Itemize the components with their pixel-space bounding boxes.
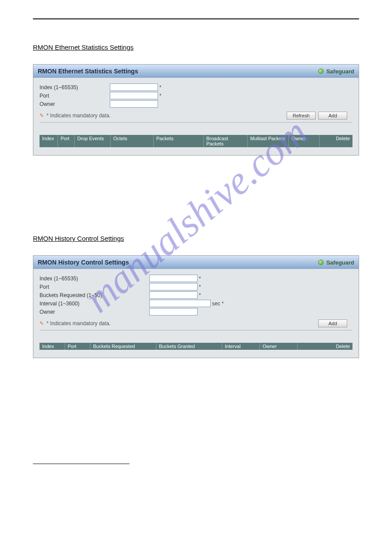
top-rule xyxy=(33,18,359,19)
safeguard-label-2: Safeguard xyxy=(326,259,354,266)
divider-1 xyxy=(40,122,352,123)
star-index-1: * xyxy=(159,84,162,91)
input-buckets[interactable] xyxy=(149,291,198,299)
input-owner-1[interactable] xyxy=(110,100,158,108)
input-port-1[interactable] xyxy=(110,92,158,99)
button-group-1: Refresh Add xyxy=(287,112,347,120)
row-buckets: Buckets Requested (1~50) * xyxy=(40,291,352,299)
col-index-2: Index xyxy=(40,343,65,350)
mandatory-note-1: ✎ * Indicates mandatory data. xyxy=(40,112,111,119)
spacer-1 xyxy=(33,173,359,235)
col-owner-1: Owner xyxy=(289,135,320,147)
divider-2 xyxy=(40,330,352,330)
col-broadcast: Broadcast Packets xyxy=(204,135,248,147)
input-interval[interactable] xyxy=(149,300,211,307)
col-octets: Octets xyxy=(111,135,154,147)
col-buckets-req: Buckets Requested xyxy=(90,343,156,350)
col-multicast: Multiast Packets xyxy=(248,135,289,147)
label-index-2: Index (1~65535) xyxy=(40,276,149,282)
safeguard-dot-icon-2 xyxy=(318,260,324,265)
spacer-2 xyxy=(33,376,359,464)
mandatory-text-2: * Indicates mandatory data. xyxy=(47,320,111,326)
col-interval: Interval xyxy=(222,343,260,350)
star-buckets: * xyxy=(199,292,201,298)
row-index-1: Index (1~65535) * xyxy=(40,83,352,91)
pencil-icon-2: ✎ xyxy=(40,320,44,326)
row-interval: Interval (1~3600) sec * xyxy=(40,299,352,308)
row-index-2: Index (1~65535) * xyxy=(40,274,352,283)
label-port-2: Port xyxy=(40,284,149,290)
section3-underline xyxy=(33,464,129,464)
table-header-1: Index Port Drop Events Octets Packets Br… xyxy=(40,135,352,147)
button-group-2: Add xyxy=(318,319,347,327)
mandatory-row-2: ✎ * Indicates mandatory data. Add xyxy=(40,319,352,327)
label-owner-2: Owner xyxy=(40,309,149,315)
label-owner-1: Owner xyxy=(40,101,110,107)
row-owner-1: Owner xyxy=(40,100,352,108)
input-index-1[interactable] xyxy=(110,83,158,91)
col-index-1: Index xyxy=(40,135,58,147)
panel-history-control: RMON History Control Settings Safeguard … xyxy=(33,255,359,358)
row-port-2: Port * xyxy=(40,283,352,291)
pencil-icon: ✎ xyxy=(40,112,44,119)
panel2-title: RMON History Control Settings xyxy=(38,259,129,266)
panel2-header: RMON History Control Settings Safeguard xyxy=(33,256,359,269)
label-interval: Interval (1~3600) xyxy=(40,301,149,307)
panel1-title-pre: RM xyxy=(38,68,47,75)
panel1-title: RMON Ethernet Statistics Settings xyxy=(38,68,138,75)
interval-suffix: sec * xyxy=(212,301,224,307)
section1-title: RMON Ethernet Statistics Settings xyxy=(33,44,359,51)
add-button-1[interactable]: Add xyxy=(318,112,347,120)
add-button-2[interactable]: Add xyxy=(318,319,347,327)
mandatory-row-1: ✎ * Indicates mandatory data. Refresh Ad… xyxy=(40,112,352,120)
col-port-1: Port xyxy=(58,135,75,147)
col-owner-2: Owner xyxy=(260,343,298,350)
col-packets: Packets xyxy=(154,135,204,147)
col-dropevents: Drop Events xyxy=(75,135,111,147)
panel-ethernet-stats: RMON Ethernet Statistics Settings Safegu… xyxy=(33,64,359,156)
refresh-button[interactable]: Refresh xyxy=(287,112,316,120)
row-owner-2: Owner xyxy=(40,308,352,316)
panel1-title-post: ON Ethernet Statistics Settings xyxy=(47,68,138,75)
input-port-2[interactable] xyxy=(149,283,198,290)
input-index-2[interactable] xyxy=(149,275,198,282)
label-index-1: Index (1~65535) xyxy=(40,84,110,91)
label-buckets: Buckets Requested (1~50) xyxy=(40,292,149,298)
col-delete-2: Delete xyxy=(298,343,352,350)
panel1-body: Index (1~65535) * Port * Owner ✎ * Indic… xyxy=(33,78,359,155)
safeguard-dot-icon xyxy=(318,69,324,74)
input-owner-2[interactable] xyxy=(149,308,198,316)
safeguard-label-1: Safeguard xyxy=(326,68,354,75)
row-port-1: Port * xyxy=(40,91,352,100)
panel1-header: RMON Ethernet Statistics Settings Safegu… xyxy=(33,65,359,78)
mandatory-note-2: ✎ * Indicates mandatory data. xyxy=(40,320,111,326)
star-port-1: * xyxy=(159,93,162,99)
col-buckets-grant: Buckets Granted xyxy=(156,343,222,350)
mandatory-text-1: * Indicates mandatory data. xyxy=(47,112,111,119)
star-index-2: * xyxy=(199,276,201,282)
label-port-1: Port xyxy=(40,93,110,99)
col-delete-1: Delete xyxy=(320,135,352,147)
star-port-2: * xyxy=(199,284,201,290)
page-content: RMON Ethernet Statistics Settings RMON E… xyxy=(0,18,392,464)
safeguard-badge-2: Safeguard xyxy=(318,259,354,266)
panel2-body: Index (1~65535) * Port * Buckets Request… xyxy=(33,269,359,358)
col-port-2: Port xyxy=(65,343,90,350)
table-header-2: Index Port Buckets Requested Buckets Gra… xyxy=(40,343,352,350)
safeguard-badge-1: Safeguard xyxy=(318,68,354,75)
section2-title: RMON History Control Settings xyxy=(33,235,359,242)
